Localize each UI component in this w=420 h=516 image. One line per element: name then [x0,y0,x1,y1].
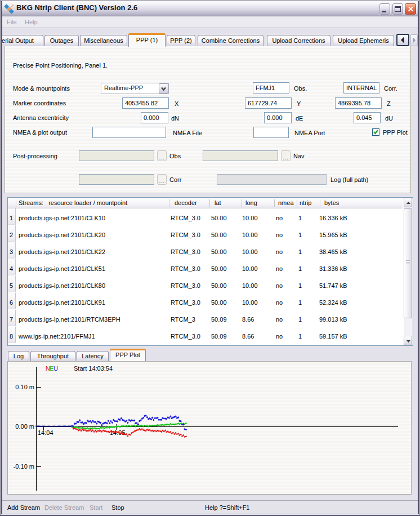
svg-text:0.10 m: 0.10 m [15,384,34,390]
svg-text:0.00 m: 0.00 m [15,423,34,430]
svg-text:-0.10 m: -0.10 m [14,463,34,470]
svg-text:U: U [53,365,58,372]
svg-text:Start 14:03:54: Start 14:03:54 [74,365,113,372]
svg-text:14:04: 14:04 [38,429,53,436]
